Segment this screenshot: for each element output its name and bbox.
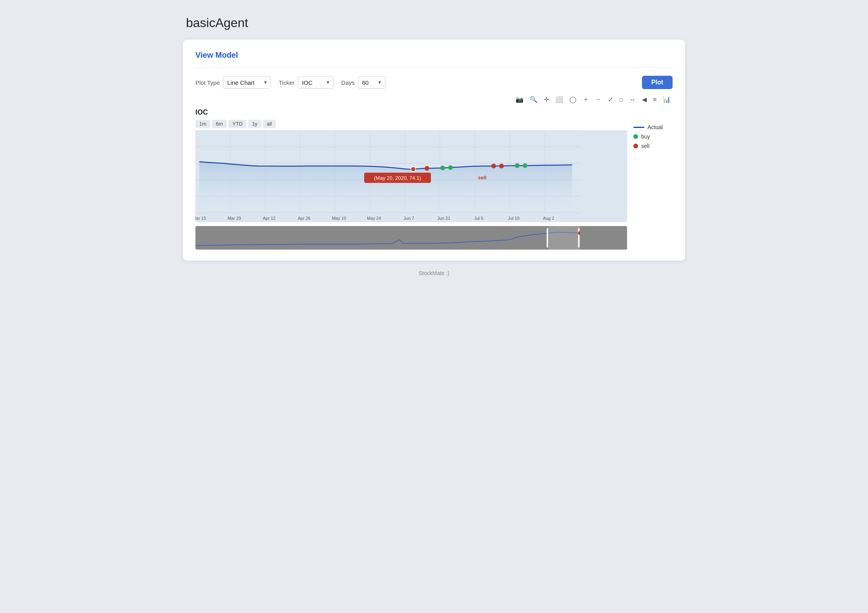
svg-text:Jun 21: Jun 21 [437,216,450,221]
sell-dot-icon [633,144,638,148]
days-label: Days [341,79,355,86]
plot-type-select-wrapper: Line Chart Bar Chart Candlestick ▼ [223,77,271,89]
svg-point-23 [448,165,453,170]
range-all[interactable]: all [263,120,276,128]
ticker-label: Ticker [279,79,294,86]
legend-buy: buy [633,133,673,140]
svg-point-28 [499,164,504,168]
svg-rect-48 [578,228,580,248]
buy-label: buy [641,133,650,140]
actual-line-icon [633,127,644,128]
legend-sell: sell [633,143,673,149]
svg-point-27 [491,164,496,168]
time-range-buttons: 1m 6m YTD 1y all [195,120,627,128]
range-1m[interactable]: 1m [195,120,210,128]
svg-text:Mar 15: Mar 15 [195,216,206,221]
menu-icon[interactable]: ≡ [651,95,658,105]
footer: StockMate :) [183,270,685,276]
svg-text:Mar 29: Mar 29 [228,216,241,221]
svg-text:(May 20, 2020, 74.1): (May 20, 2020, 74.1) [374,175,421,181]
days-group: Days 30 60 90 180 365 ▼ [341,77,385,89]
svg-rect-46 [549,226,580,250]
lasso-icon[interactable]: ◯ [567,94,578,105]
svg-text:Aug 2: Aug 2 [543,216,554,221]
ticker-select[interactable]: IOC AAPL GOOG MSFT [298,77,334,89]
section-title: View Model [195,51,673,60]
home-icon[interactable]: ⌂ [617,95,625,105]
svg-text:Jul 5: Jul 5 [474,216,483,221]
zoom-out-icon[interactable]: － [593,94,604,105]
ticker-group: Ticker IOC AAPL GOOG MSFT ▼ [279,77,333,89]
buy-dot-icon [633,134,638,139]
sell-label: sell [641,143,649,149]
svg-point-22 [440,166,445,170]
range-6m[interactable]: 6m [212,120,227,128]
svg-text:May 10: May 10 [332,216,346,221]
zoom-icon[interactable]: 🔍 [528,94,540,105]
ticker-select-wrapper: IOC AAPL GOOG MSFT ▼ [298,77,334,89]
actual-label: Actual [647,124,663,130]
plot-type-select[interactable]: Line Chart Bar Chart Candlestick [223,77,271,89]
pan-icon[interactable]: ↔ [627,95,638,105]
svg-rect-47 [547,228,548,248]
chart-ticker: IOC [195,108,627,117]
app-title: basicAgent [183,16,685,30]
chart-type-icon[interactable]: 📊 [661,94,673,105]
controls-row: Plot Type Line Chart Bar Chart Candlesti… [195,76,673,89]
svg-rect-45 [195,226,580,250]
svg-point-25 [523,163,527,168]
chart-legend: Actual buy sell [633,108,673,250]
svg-point-24 [515,163,520,168]
plot-type-group: Plot Type Line Chart Bar Chart Candlesti… [195,77,271,89]
main-chart[interactable]: 200 150 100 50 0 [195,130,627,222]
svg-text:Jul 19: Jul 19 [508,216,519,221]
crosshair-icon[interactable]: ✛ [542,94,551,105]
svg-text:Jun 7: Jun 7 [404,216,414,221]
svg-text:May 24: May 24 [367,216,381,221]
svg-text:Apr 12: Apr 12 [263,216,275,221]
main-card: View Model Plot Type Line Chart Bar Char… [183,40,685,261]
mini-chart[interactable] [195,226,627,250]
prev-icon[interactable]: ◀ [640,94,649,105]
camera-icon[interactable]: 📷 [514,94,525,105]
zoom-in-icon[interactable]: ＋ [581,94,591,105]
chart-container: IOC 1m 6m YTD 1y all [195,108,627,250]
chart-toolbar: 📷 🔍 ✛ ⬜ ◯ ＋ － ⤢ ⌂ ↔ ◀ ≡ 📊 [195,94,673,105]
autoscale-icon[interactable]: ⤢ [606,94,615,105]
chart-area: IOC 1m 6m YTD 1y all [195,108,673,250]
days-select[interactable]: 30 60 90 180 365 [358,77,385,89]
svg-point-26 [425,166,429,171]
range-1y[interactable]: 1y [248,120,261,128]
plot-type-label: Plot Type [195,79,220,86]
plot-button[interactable]: Plot [642,76,673,89]
divider [195,68,673,68]
legend-actual: Actual [633,124,673,130]
range-ytd[interactable]: YTD [228,120,246,128]
svg-point-29 [411,167,416,171]
svg-text:sell: sell [478,175,487,181]
days-select-wrapper: 30 60 90 180 365 ▼ [358,77,385,89]
select-box-icon[interactable]: ⬜ [553,94,565,105]
svg-text:Apr 26: Apr 26 [298,216,310,221]
